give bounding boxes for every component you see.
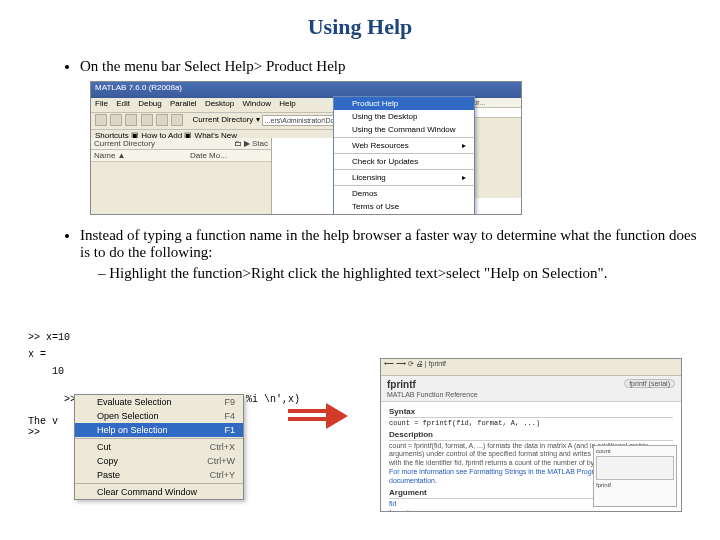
ctx-cut[interactable]: CutCtrl+X	[75, 440, 243, 454]
col-name[interactable]: Name ▲	[91, 150, 187, 161]
slide-title: Using Help	[20, 14, 700, 40]
help-diagram: count fprintf	[593, 445, 677, 507]
help-syntax-code: count = fprintf(fid, format, A, ...)	[389, 419, 673, 427]
menu-desktop[interactable]: Desktop	[205, 99, 234, 108]
menu-demos[interactable]: Demos	[334, 187, 474, 200]
tool-icon[interactable]	[110, 114, 122, 126]
context-menu: Evaluate SelectionF9 Open SelectionF4 He…	[74, 394, 244, 500]
help-syntax-heading: Syntax	[389, 407, 673, 418]
menu-using-command-window[interactable]: Using the Command Window	[334, 123, 474, 136]
panel-header: Current Directory 🗀 ▶ Stac	[91, 138, 271, 150]
menu-debug[interactable]: Debug	[138, 99, 162, 108]
menu-web-resources[interactable]: Web Resources▸	[334, 139, 474, 152]
help-fn-name: fprintf	[387, 379, 416, 390]
menu-edit[interactable]: Edit	[116, 99, 130, 108]
ctx-clear-command-window[interactable]: Clear Command Window	[75, 485, 243, 499]
menu-help[interactable]: Help	[279, 99, 295, 108]
cmd-line: 10	[28, 366, 282, 377]
menu-check-updates[interactable]: Check for Updates	[334, 155, 474, 168]
tool-icon[interactable]	[95, 114, 107, 126]
ctx-evaluate-selection[interactable]: Evaluate SelectionF9	[75, 395, 243, 409]
ctx-help-on-selection[interactable]: Help on SelectionF1	[75, 423, 243, 437]
tool-icon[interactable]	[171, 114, 183, 126]
arrow-icon	[288, 405, 352, 427]
help-toolbar: ⟵ ⟶ ⟳ 🖨 | fprintf	[381, 359, 681, 376]
ctx-copy[interactable]: CopyCtrl+W	[75, 454, 243, 468]
screenshot-help-browser: ⟵ ⟶ ⟳ 🖨 | fprintf fprintf fprintf (seria…	[380, 358, 682, 512]
menu-using-desktop[interactable]: Using the Desktop	[334, 110, 474, 123]
col-date[interactable]: Date Mo...	[187, 150, 230, 161]
tool-icon[interactable]	[125, 114, 137, 126]
tool-icon[interactable]	[156, 114, 168, 126]
menu-window[interactable]: Window	[242, 99, 270, 108]
help-description-heading: Description	[389, 430, 673, 441]
current-directory-label: Current Directory ▾	[192, 115, 259, 124]
cmd-line: x =	[28, 349, 282, 360]
menu-licensing[interactable]: Licensing▸	[334, 171, 474, 184]
tool-icon[interactable]	[141, 114, 153, 126]
bullet-2-sub: Highlight the function>Right click the h…	[110, 265, 700, 282]
bullet-2: Instead of typing a function name in the…	[80, 227, 700, 282]
help-related-pill[interactable]: fprintf (serial)	[624, 379, 675, 388]
screenshot-command-window: >> x=10 x = 10 >> fprintf('The value of …	[28, 332, 282, 438]
menu-file[interactable]: File	[95, 99, 108, 108]
cmd-line: >> x=10	[28, 332, 282, 343]
menu-parallel[interactable]: Parallel	[170, 99, 197, 108]
ctx-open-selection[interactable]: Open SelectionF4	[75, 409, 243, 423]
help-ref-label: MATLAB Function Reference	[387, 391, 675, 398]
help-dropdown: Product Help Using the Desktop Using the…	[333, 96, 475, 215]
menu-product-help[interactable]: Product Help	[334, 97, 474, 110]
current-directory-panel: Current Directory 🗀 ▶ Stac Name ▲ Date M…	[91, 138, 272, 214]
bullet-1: On the menu bar Select Help> Product Hel…	[80, 58, 700, 75]
screenshot-matlab-help-menu: MATLAB 7.6.0 (R2008a) File Edit Debug Pa…	[90, 81, 522, 215]
ctx-paste[interactable]: PasteCtrl+Y	[75, 468, 243, 482]
menu-terms[interactable]: Terms of Use	[334, 200, 474, 213]
help-arg-item: format	[389, 509, 673, 512]
menu-patents[interactable]: Patents	[334, 213, 474, 215]
